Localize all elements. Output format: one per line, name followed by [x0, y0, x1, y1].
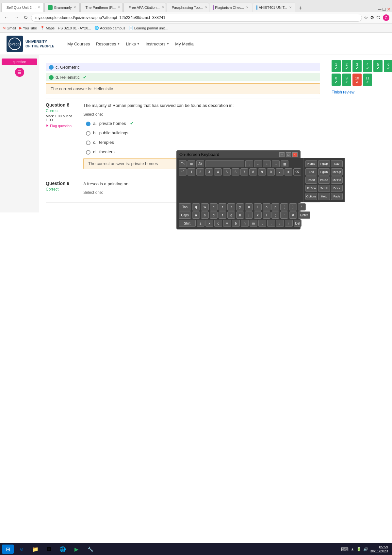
- taskbar-explorer[interactable]: 📁: [29, 545, 41, 554]
- quiz-cell-4[interactable]: 4 ✔: [363, 60, 372, 72]
- kb-nav[interactable]: Nav: [331, 160, 343, 167]
- tab-3[interactable]: Free APA Citation... ✕: [123, 3, 166, 12]
- kb-key-arrow-l[interactable]: ←: [254, 160, 262, 167]
- kb-c[interactable]: c: [214, 220, 222, 227]
- kb-caps[interactable]: Caps: [179, 211, 191, 219]
- bookmark-gmail[interactable]: M Gmail: [3, 26, 16, 30]
- kb-0[interactable]: 0: [267, 168, 275, 176]
- quiz-cell-10[interactable]: 10 ✗: [352, 74, 362, 86]
- kb-v[interactable]: v: [223, 220, 231, 227]
- quiz-cell-3[interactable]: 3 ✔: [352, 60, 362, 72]
- shield-icon[interactable]: 🛡: [376, 15, 381, 20]
- kb-scrlk[interactable]: ScrLk: [318, 185, 330, 192]
- q8-radio-c[interactable]: [86, 141, 90, 145]
- quiz-cell-2[interactable]: 2 ✔: [342, 60, 351, 72]
- kb-t[interactable]: t: [227, 203, 235, 210]
- kb-8[interactable]: 8: [249, 168, 257, 176]
- kb-i[interactable]: i: [254, 203, 262, 210]
- kb-s[interactable]: s: [201, 211, 209, 219]
- kb-shift-l[interactable]: Shift: [179, 220, 196, 227]
- profile-icon[interactable]: G: [383, 14, 389, 21]
- kb-dock[interactable]: Dock: [331, 185, 343, 192]
- kb-semicolon[interactable]: ;: [271, 211, 279, 219]
- tab-close-1[interactable]: ✕: [74, 6, 76, 9]
- kb-maximize-btn[interactable]: □: [286, 152, 291, 157]
- kb-backspace[interactable]: ⌫: [293, 168, 301, 176]
- taskbar-media[interactable]: ▶: [71, 545, 82, 554]
- kb-comma2[interactable]: ,: [258, 220, 266, 227]
- quiz-cell-1[interactable]: 1 ✔: [332, 60, 341, 72]
- quiz-cell-5[interactable]: 5 ✔: [373, 60, 383, 72]
- kb-fade[interactable]: Fade: [331, 193, 343, 200]
- sidebar-toggle[interactable]: ☰: [15, 68, 24, 77]
- nav-resources[interactable]: Resources ▼: [96, 42, 120, 46]
- kb-d[interactable]: d: [210, 211, 218, 219]
- kb-e[interactable]: e: [210, 203, 218, 210]
- start-button[interactable]: ⊞: [2, 545, 14, 554]
- kb-mvup[interactable]: Mv Up: [331, 168, 343, 176]
- tab-2[interactable]: The Pantheon (R... ✕: [80, 3, 123, 12]
- bookmark-acceso[interactable]: 🌐 Acceso campus: [94, 26, 125, 30]
- kb-equals[interactable]: =: [285, 168, 292, 176]
- kb-y[interactable]: y: [236, 203, 244, 210]
- new-tab-button[interactable]: +: [296, 5, 305, 12]
- kb-key-space[interactable]: [205, 160, 244, 167]
- kb-options[interactable]: Options: [305, 193, 317, 200]
- nav-my-media[interactable]: My Media: [175, 42, 193, 46]
- back-button[interactable]: ←: [3, 14, 10, 21]
- kb-help[interactable]: Help: [318, 193, 330, 200]
- tab-close-2[interactable]: ✕: [118, 6, 120, 9]
- kb-hash[interactable]: #: [289, 211, 297, 219]
- close-button[interactable]: ✕: [387, 7, 391, 12]
- taskbar-photos[interactable]: 🖼: [43, 545, 55, 554]
- taskbar-chrome[interactable]: 🌐: [57, 545, 69, 554]
- kb-del[interactable]: Del: [294, 220, 302, 227]
- bookmark-icon[interactable]: ☆: [364, 15, 368, 20]
- q8-radio-d[interactable]: [86, 150, 90, 155]
- kb-3[interactable]: 3: [205, 168, 213, 176]
- kb-prtscn[interactable]: PrtScn: [305, 185, 317, 192]
- quiz-cell-6[interactable]: 6 ✔: [384, 60, 392, 72]
- keyboard-taskbar-icon[interactable]: ⌨: [341, 546, 349, 552]
- nav-my-courses[interactable]: My Courses: [67, 42, 90, 46]
- bookmark-hs[interactable]: HS 3210 01 · AY20...: [58, 26, 91, 30]
- kb-k[interactable]: k: [254, 211, 262, 219]
- kb-2[interactable]: 2: [196, 168, 204, 176]
- taskbar-ie[interactable]: e: [16, 545, 27, 554]
- kb-rbracket[interactable]: ]: [289, 203, 297, 210]
- kb-key-fn[interactable]: Fn: [179, 160, 187, 167]
- kb-backtick[interactable]: ~`: [179, 168, 187, 176]
- kb-u[interactable]: u: [245, 203, 253, 210]
- kb-pgup[interactable]: PgUp: [318, 160, 330, 167]
- tab-close-0[interactable]: ✕: [38, 6, 40, 9]
- kb-minimize-btn[interactable]: ─: [279, 152, 285, 157]
- kb-j[interactable]: j: [245, 211, 253, 219]
- kb-1[interactable]: 1: [188, 168, 195, 176]
- q8-radio-b[interactable]: [86, 131, 90, 136]
- kb-end[interactable]: End: [305, 168, 317, 176]
- radio-d[interactable]: [49, 75, 54, 80]
- question8-flag[interactable]: ⚑ Flag question: [46, 124, 78, 128]
- kb-lbracket[interactable]: [: [280, 203, 288, 210]
- kb-mvdn[interactable]: Mv Dn: [331, 177, 343, 184]
- kb-a[interactable]: a: [192, 211, 200, 219]
- tab-6[interactable]: AHIST401 UNIT... ✕: [253, 3, 295, 12]
- kb-key-context[interactable]: ▦: [281, 160, 288, 167]
- tab-0[interactable]: Self-Quiz Unit 2 ... ✕: [1, 3, 44, 12]
- kb-m[interactable]: m: [250, 220, 257, 227]
- kb-backslash[interactable]: \: [298, 203, 306, 210]
- extensions-icon[interactable]: ⚙: [370, 15, 374, 20]
- kb-pgdn[interactable]: PgDn: [318, 168, 330, 176]
- kb-p[interactable]: p: [271, 203, 279, 210]
- kb-period[interactable]: .: [267, 220, 275, 227]
- kb-n[interactable]: n: [241, 220, 249, 227]
- kb-6[interactable]: 6: [232, 168, 239, 176]
- nav-links[interactable]: Links ▼: [126, 42, 139, 46]
- kb-w[interactable]: w: [201, 203, 209, 210]
- finish-review-link[interactable]: Finish review: [330, 87, 389, 97]
- kb-slash[interactable]: /: [276, 220, 284, 227]
- kb-z[interactable]: z: [197, 220, 204, 227]
- kb-insert[interactable]: Insert: [305, 177, 317, 184]
- tab-close-3[interactable]: ✕: [162, 6, 164, 9]
- kb-h[interactable]: h: [236, 211, 244, 219]
